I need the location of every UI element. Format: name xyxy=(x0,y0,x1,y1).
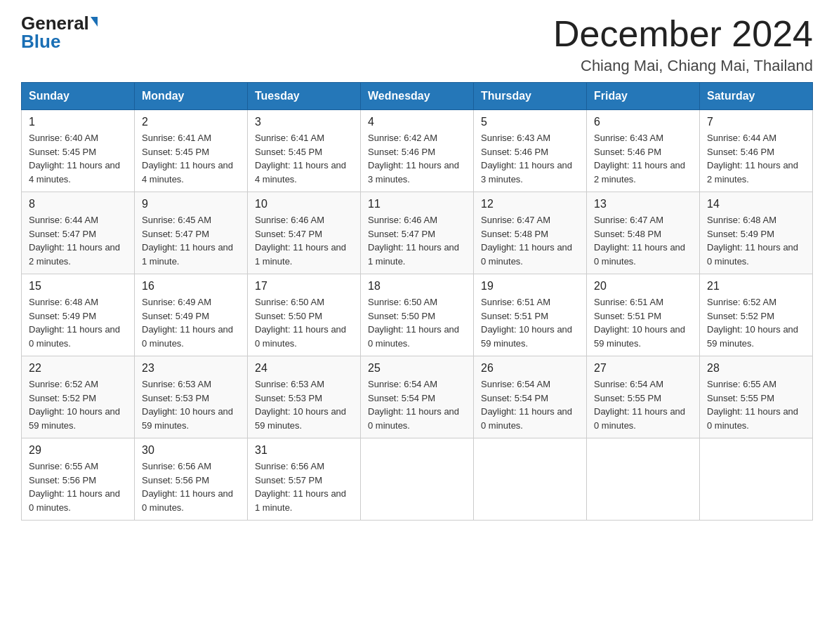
day-cell: 21 Sunrise: 6:52 AM Sunset: 5:52 PM Dayl… xyxy=(700,274,813,356)
day-info: Sunrise: 6:56 AM Sunset: 5:56 PM Dayligh… xyxy=(142,459,240,514)
day-info: Sunrise: 6:52 AM Sunset: 5:52 PM Dayligh… xyxy=(29,377,127,432)
day-info: Sunrise: 6:51 AM Sunset: 5:51 PM Dayligh… xyxy=(481,295,579,350)
day-number: 25 xyxy=(368,362,466,375)
day-number: 1 xyxy=(29,116,127,128)
day-cell: 24 Sunrise: 6:53 AM Sunset: 5:53 PM Dayl… xyxy=(248,356,361,438)
logo-general: General xyxy=(21,14,89,32)
day-number: 27 xyxy=(594,362,692,375)
day-cell: 18 Sunrise: 6:50 AM Sunset: 5:50 PM Dayl… xyxy=(361,274,474,356)
day-number: 29 xyxy=(29,444,127,457)
page-header: General Blue December 2024 Chiang Mai, C… xyxy=(21,14,813,75)
location-title: Chiang Mai, Chiang Mai, Thailand xyxy=(553,57,813,75)
day-cell: 7 Sunrise: 6:44 AM Sunset: 5:46 PM Dayli… xyxy=(700,110,813,192)
day-cell xyxy=(474,438,587,521)
day-cell: 27 Sunrise: 6:54 AM Sunset: 5:55 PM Dayl… xyxy=(587,356,700,438)
day-cell: 29 Sunrise: 6:55 AM Sunset: 5:56 PM Dayl… xyxy=(22,438,135,521)
day-info: Sunrise: 6:42 AM Sunset: 5:46 PM Dayligh… xyxy=(368,131,466,186)
day-number: 26 xyxy=(481,362,579,375)
days-header-row: SundayMondayTuesdayWednesdayThursdayFrid… xyxy=(22,83,813,110)
day-number: 6 xyxy=(594,116,692,128)
day-cell: 26 Sunrise: 6:54 AM Sunset: 5:54 PM Dayl… xyxy=(474,356,587,438)
day-cell: 10 Sunrise: 6:46 AM Sunset: 5:47 PM Dayl… xyxy=(248,192,361,274)
day-cell: 13 Sunrise: 6:47 AM Sunset: 5:48 PM Dayl… xyxy=(587,192,700,274)
day-number: 13 xyxy=(594,198,692,210)
day-number: 12 xyxy=(481,198,579,210)
day-number: 30 xyxy=(142,444,240,457)
day-number: 17 xyxy=(255,280,353,293)
day-info: Sunrise: 6:45 AM Sunset: 5:47 PM Dayligh… xyxy=(142,213,240,268)
day-cell: 11 Sunrise: 6:46 AM Sunset: 5:47 PM Dayl… xyxy=(361,192,474,274)
day-info: Sunrise: 6:49 AM Sunset: 5:49 PM Dayligh… xyxy=(142,295,240,350)
day-number: 28 xyxy=(707,362,805,375)
day-info: Sunrise: 6:47 AM Sunset: 5:48 PM Dayligh… xyxy=(594,213,692,268)
day-number: 19 xyxy=(481,280,579,293)
day-cell: 6 Sunrise: 6:43 AM Sunset: 5:46 PM Dayli… xyxy=(587,110,700,192)
week-row-5: 29 Sunrise: 6:55 AM Sunset: 5:56 PM Dayl… xyxy=(22,438,813,521)
day-number: 18 xyxy=(368,280,466,293)
day-number: 23 xyxy=(142,362,240,375)
day-cell: 14 Sunrise: 6:48 AM Sunset: 5:49 PM Dayl… xyxy=(700,192,813,274)
day-info: Sunrise: 6:56 AM Sunset: 5:57 PM Dayligh… xyxy=(255,459,353,514)
day-info: Sunrise: 6:55 AM Sunset: 5:56 PM Dayligh… xyxy=(29,459,127,514)
day-cell: 2 Sunrise: 6:41 AM Sunset: 5:45 PM Dayli… xyxy=(135,110,248,192)
day-info: Sunrise: 6:41 AM Sunset: 5:45 PM Dayligh… xyxy=(255,131,353,186)
day-number: 10 xyxy=(255,198,353,210)
logo-triangle-icon xyxy=(91,17,98,27)
day-cell xyxy=(700,438,813,521)
day-cell: 9 Sunrise: 6:45 AM Sunset: 5:47 PM Dayli… xyxy=(135,192,248,274)
day-cell: 30 Sunrise: 6:56 AM Sunset: 5:56 PM Dayl… xyxy=(135,438,248,521)
day-cell: 28 Sunrise: 6:55 AM Sunset: 5:55 PM Dayl… xyxy=(700,356,813,438)
day-number: 3 xyxy=(255,116,353,128)
day-number: 16 xyxy=(142,280,240,293)
day-info: Sunrise: 6:52 AM Sunset: 5:52 PM Dayligh… xyxy=(707,295,805,350)
day-cell xyxy=(587,438,700,521)
day-info: Sunrise: 6:41 AM Sunset: 5:45 PM Dayligh… xyxy=(142,131,240,186)
day-cell: 8 Sunrise: 6:44 AM Sunset: 5:47 PM Dayli… xyxy=(22,192,135,274)
day-cell xyxy=(361,438,474,521)
day-number: 2 xyxy=(142,116,240,128)
day-cell: 22 Sunrise: 6:52 AM Sunset: 5:52 PM Dayl… xyxy=(22,356,135,438)
day-cell: 16 Sunrise: 6:49 AM Sunset: 5:49 PM Dayl… xyxy=(135,274,248,356)
day-cell: 12 Sunrise: 6:47 AM Sunset: 5:48 PM Dayl… xyxy=(474,192,587,274)
day-number: 21 xyxy=(707,280,805,293)
day-info: Sunrise: 6:46 AM Sunset: 5:47 PM Dayligh… xyxy=(368,213,466,268)
day-info: Sunrise: 6:54 AM Sunset: 5:54 PM Dayligh… xyxy=(481,377,579,432)
day-info: Sunrise: 6:48 AM Sunset: 5:49 PM Dayligh… xyxy=(29,295,127,350)
day-info: Sunrise: 6:44 AM Sunset: 5:46 PM Dayligh… xyxy=(707,131,805,186)
day-info: Sunrise: 6:48 AM Sunset: 5:49 PM Dayligh… xyxy=(707,213,805,268)
month-title: December 2024 xyxy=(553,14,813,54)
day-info: Sunrise: 6:54 AM Sunset: 5:55 PM Dayligh… xyxy=(594,377,692,432)
logo-blue: Blue xyxy=(21,32,60,51)
day-cell: 15 Sunrise: 6:48 AM Sunset: 5:49 PM Dayl… xyxy=(22,274,135,356)
day-number: 9 xyxy=(142,198,240,210)
day-info: Sunrise: 6:50 AM Sunset: 5:50 PM Dayligh… xyxy=(255,295,353,350)
day-info: Sunrise: 6:47 AM Sunset: 5:48 PM Dayligh… xyxy=(481,213,579,268)
day-info: Sunrise: 6:43 AM Sunset: 5:46 PM Dayligh… xyxy=(481,131,579,186)
day-number: 11 xyxy=(368,198,466,210)
week-row-3: 15 Sunrise: 6:48 AM Sunset: 5:49 PM Dayl… xyxy=(22,274,813,356)
day-info: Sunrise: 6:50 AM Sunset: 5:50 PM Dayligh… xyxy=(368,295,466,350)
day-number: 24 xyxy=(255,362,353,375)
day-cell: 19 Sunrise: 6:51 AM Sunset: 5:51 PM Dayl… xyxy=(474,274,587,356)
title-block: December 2024 Chiang Mai, Chiang Mai, Th… xyxy=(553,14,813,75)
day-number: 20 xyxy=(594,280,692,293)
day-cell: 31 Sunrise: 6:56 AM Sunset: 5:57 PM Dayl… xyxy=(248,438,361,521)
day-cell: 4 Sunrise: 6:42 AM Sunset: 5:46 PM Dayli… xyxy=(361,110,474,192)
day-number: 22 xyxy=(29,362,127,375)
day-number: 15 xyxy=(29,280,127,293)
header-tuesday: Tuesday xyxy=(248,83,361,110)
day-info: Sunrise: 6:46 AM Sunset: 5:47 PM Dayligh… xyxy=(255,213,353,268)
day-number: 31 xyxy=(255,444,353,457)
day-cell: 17 Sunrise: 6:50 AM Sunset: 5:50 PM Dayl… xyxy=(248,274,361,356)
day-number: 4 xyxy=(368,116,466,128)
day-info: Sunrise: 6:51 AM Sunset: 5:51 PM Dayligh… xyxy=(594,295,692,350)
day-info: Sunrise: 6:44 AM Sunset: 5:47 PM Dayligh… xyxy=(29,213,127,268)
day-info: Sunrise: 6:54 AM Sunset: 5:54 PM Dayligh… xyxy=(368,377,466,432)
day-cell: 25 Sunrise: 6:54 AM Sunset: 5:54 PM Dayl… xyxy=(361,356,474,438)
header-thursday: Thursday xyxy=(474,83,587,110)
logo: General Blue xyxy=(21,14,98,51)
day-cell: 3 Sunrise: 6:41 AM Sunset: 5:45 PM Dayli… xyxy=(248,110,361,192)
day-cell: 1 Sunrise: 6:40 AM Sunset: 5:45 PM Dayli… xyxy=(22,110,135,192)
day-number: 7 xyxy=(707,116,805,128)
header-wednesday: Wednesday xyxy=(361,83,474,110)
